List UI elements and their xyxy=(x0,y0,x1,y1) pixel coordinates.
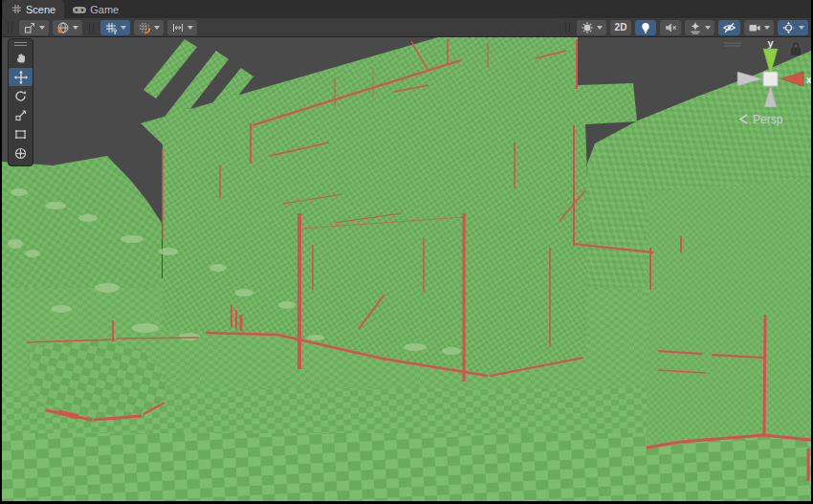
projection-label: Persp xyxy=(753,113,783,126)
grid-visibility-button[interactable]: Y xyxy=(100,20,130,35)
toolbar-drag-handle[interactable] xyxy=(8,22,12,33)
transform-icon xyxy=(13,146,28,161)
move-icon xyxy=(13,70,29,85)
effects-icon xyxy=(689,21,702,34)
camera-icon xyxy=(748,21,761,34)
rect-tool-icon xyxy=(13,127,28,142)
gizmo-sphere-icon xyxy=(781,21,796,34)
dropdown-caret xyxy=(121,26,126,30)
scene-toolbar-right: 2D xyxy=(562,20,808,35)
eye-slash-icon xyxy=(722,21,736,34)
tool-transform[interactable] xyxy=(9,144,33,163)
scale-icon xyxy=(13,108,28,122)
scene-visibility-button[interactable] xyxy=(718,20,740,35)
tool-scale[interactable] xyxy=(9,106,33,124)
gizmo-center-cube[interactable] xyxy=(763,72,778,86)
grid-tab-icon xyxy=(11,4,22,14)
tool-rotate[interactable] xyxy=(9,87,33,105)
tab-scene-label: Scene xyxy=(26,4,55,15)
tab-game-label: Game xyxy=(90,4,119,15)
tool-view-pan[interactable] xyxy=(9,49,33,67)
tab-scene[interactable]: Scene xyxy=(3,0,64,18)
scene-audio-button[interactable] xyxy=(660,20,681,35)
effects-button[interactable] xyxy=(685,20,714,35)
scene-viewport[interactable]: y x Persp xyxy=(2,37,811,501)
move-snapping-button[interactable] xyxy=(167,20,197,35)
tab-game[interactable]: Game xyxy=(64,0,127,18)
dropdown-caret xyxy=(705,26,711,30)
tool-handle-rotation-button[interactable] xyxy=(53,20,82,35)
toolbar-drag-handle[interactable] xyxy=(565,22,570,33)
dropdown-caret xyxy=(73,26,78,30)
camera-settings-button[interactable] xyxy=(744,20,774,35)
dropdown-caret xyxy=(154,26,160,30)
dropdown-caret xyxy=(39,26,45,30)
rotate-icon xyxy=(13,89,28,103)
dropdown-caret xyxy=(597,26,603,30)
gizmo-x-axis-label: x xyxy=(806,75,811,85)
view-2d-button[interactable]: 2D xyxy=(610,20,631,35)
grid-y-icon: Y xyxy=(104,21,118,34)
tool-move[interactable] xyxy=(9,68,33,86)
tools-overlay xyxy=(8,38,33,166)
dropdown-caret xyxy=(187,26,193,30)
scene-toolbar-left: Y xyxy=(5,20,197,35)
hand-icon xyxy=(13,51,28,65)
pivot-icon xyxy=(23,21,36,34)
snap-move-icon xyxy=(171,21,185,34)
globe-icon xyxy=(56,21,70,34)
gizmos-button[interactable] xyxy=(778,20,808,35)
tool-rect[interactable] xyxy=(9,125,33,143)
dropdown-caret xyxy=(764,26,770,30)
lightbulb-icon xyxy=(639,21,652,34)
grid-snapping-button[interactable] xyxy=(134,20,164,35)
gizmo-y-axis-label: y xyxy=(767,37,774,49)
scene-lighting-button[interactable] xyxy=(635,20,656,35)
tools-overlay-grip[interactable] xyxy=(9,39,33,49)
dropdown-caret xyxy=(799,26,804,30)
scene-viewport-canvas[interactable]: y x Persp xyxy=(2,37,811,501)
audio-muted-icon xyxy=(664,21,677,34)
view-2d-label: 2D xyxy=(615,22,627,33)
snap-grid-icon xyxy=(138,21,151,34)
scene-toolbar: Y 2D xyxy=(2,18,811,37)
gamepad-icon xyxy=(73,5,86,14)
draw-mode-button[interactable] xyxy=(577,20,606,35)
debug-draw-mode-icon xyxy=(581,21,594,34)
unity-editor-window: Scene Game Y xyxy=(0,0,813,504)
toolbar-separator xyxy=(89,22,94,33)
svg-text:Y: Y xyxy=(113,28,118,34)
structure-wall-right xyxy=(647,178,811,448)
view-tab-bar: Scene Game xyxy=(2,0,811,18)
tool-handle-position-button[interactable] xyxy=(19,20,49,35)
